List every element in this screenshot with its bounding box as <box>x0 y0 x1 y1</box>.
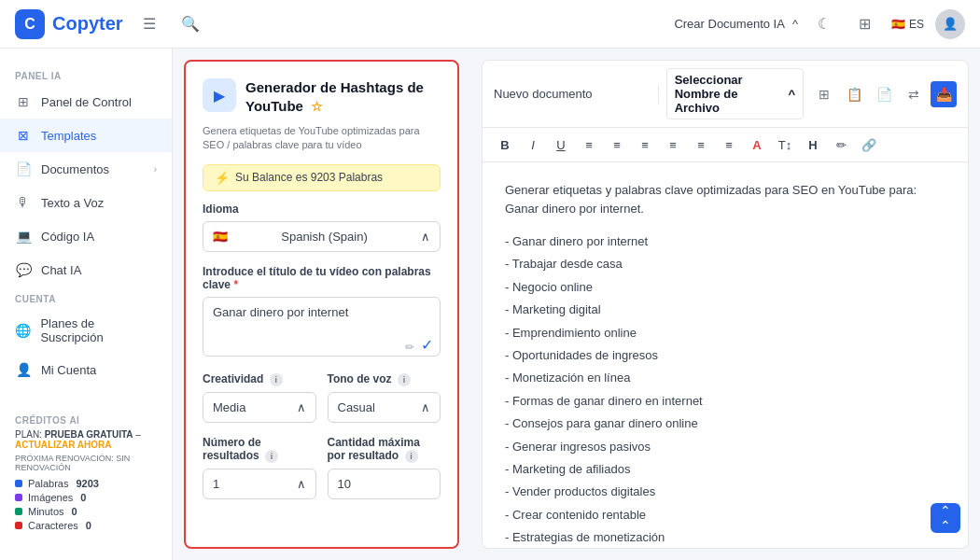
select-filename-label: Seleccionar Nombre de Archivo <box>675 73 785 115</box>
video-title-group: Introduce el título de tu vídeo con pala… <box>203 265 441 359</box>
search-icon[interactable]: 🔍 <box>175 9 205 39</box>
content-area: ▶ Generador de Hashtags de YouTube ☆ Gen… <box>173 49 980 560</box>
sidebar-section-panel-ia: PANEL IA <box>0 63 172 85</box>
tono-group: Tono de voz i Casual ∧ <box>328 372 441 423</box>
doc-content-list: - Ganar dinero por internet- Trabajar de… <box>505 231 945 549</box>
list-item: - Monetización en línea <box>505 367 945 388</box>
tono-label: Tono de voz i <box>328 372 441 386</box>
creatividad-select[interactable]: Media ∧ <box>203 392 316 423</box>
toolbar-icon-copy[interactable]: 📋 <box>841 81 867 107</box>
fmt-align-justify[interactable]: ≡ <box>662 133 684 156</box>
palabras-dot <box>15 480 22 487</box>
panel-title: Generador de Hashtags de YouTube ☆ <box>245 78 441 115</box>
sidebar-item-label: Templates <box>41 129 96 143</box>
required-star: * <box>233 278 238 291</box>
sidebar-item-texto-a-voz[interactable]: 🎙 Texto a Voz <box>0 186 172 219</box>
creatividad-info-icon[interactable]: i <box>270 373 283 386</box>
toolbar-icon-grid[interactable]: ⊞ <box>811 81 837 107</box>
menu-icon[interactable]: ☰ <box>134 9 164 39</box>
fmt-italic[interactable]: I <box>522 133 544 156</box>
lightning-icon: ⚡ <box>215 171 230 185</box>
app-name: Copyter <box>52 13 123 35</box>
num-resultados-input[interactable]: 1 ∧ <box>203 469 316 499</box>
creatividad-tono-row: Creatividad i Media ∧ Tono de voz i Casu… <box>203 372 441 423</box>
list-item: - Marketing de afiliados <box>505 458 945 480</box>
fmt-pen[interactable]: ✏ <box>830 133 852 156</box>
lang-code: ES <box>909 18 924 31</box>
fmt-align-right[interactable]: ≡ <box>634 133 656 156</box>
generator-panel: ▶ Generador de Hashtags de YouTube ☆ Gen… <box>184 60 459 549</box>
main-layout: PANEL IA ⊞ Panel de Control ⊠ Templates … <box>0 49 980 560</box>
idioma-flag: 🇪🇸 <box>213 230 228 244</box>
toolbar-icon-transfer[interactable]: ⇄ <box>901 81 927 107</box>
star-icon[interactable]: ☆ <box>311 99 323 114</box>
cantidad-group: Cantidad máxima por resultado i 10 <box>328 436 441 499</box>
sidebar-item-label: Panel de Control <box>41 95 132 109</box>
sidebar-item-codigo-ia[interactable]: 💻 Código IA <box>0 219 172 253</box>
sidebar-item-panel-de-control[interactable]: ⊞ Panel de Control <box>0 85 172 119</box>
fmt-list-ul[interactable]: ≡ <box>718 133 740 156</box>
balance-text: Su Balance es 9203 Palabras <box>235 171 383 184</box>
balance-badge: ⚡ Su Balance es 9203 Palabras <box>203 164 441 191</box>
idioma-label: Idioma <box>203 203 441 216</box>
grid-icon: ⊞ <box>15 93 32 110</box>
fmt-text-color[interactable]: A <box>746 133 768 156</box>
fmt-align-left[interactable]: ≡ <box>578 133 600 156</box>
sidebar-item-planes-suscripcion[interactable]: 🌐 Planes de Suscripción <box>0 308 172 353</box>
create-doc-button[interactable]: Crear Documento IA ^ <box>674 17 798 31</box>
fmt-link[interactable]: 🔗 <box>858 133 880 156</box>
doc-content-intro: Generar etiquetas y palabras clave optim… <box>505 181 945 217</box>
mic-icon: 🎙 <box>15 194 32 211</box>
sidebar-item-mi-cuenta[interactable]: 👤 Mi Cuenta <box>0 353 172 386</box>
fmt-heading[interactable]: H <box>802 133 824 156</box>
dark-mode-icon[interactable]: ☾ <box>809 9 839 39</box>
account-icon: 👤 <box>15 361 32 378</box>
chevron-up-icon: ^ <box>788 87 795 101</box>
list-item: - Trabajar desde casa <box>505 253 945 274</box>
panel-header-icon: ▶ <box>203 78 236 112</box>
renewal-label: PRÓXIMA RENOVACIÓN: SIN RENOVACIÓN <box>15 454 157 472</box>
topbar: C Copyter ☰ 🔍 Crear Documento IA ^ ☾ ⊞ 🇪… <box>0 0 980 49</box>
language-selector[interactable]: 🇪🇸 ES <box>891 18 924 31</box>
fmt-font-size[interactable]: T↕ <box>774 133 796 156</box>
tono-select[interactable]: Casual ∧ <box>328 392 441 423</box>
list-item: - Ganar dinero por internet <box>505 231 945 252</box>
fmt-bold[interactable]: B <box>494 133 516 156</box>
list-item: - Vender productos digitales <box>505 481 945 502</box>
sidebar-item-chat-ia[interactable]: 💬 Chat IA <box>0 253 172 287</box>
creatividad-value: Media <box>213 400 245 414</box>
chevron-up-icon: ∧ <box>297 400 306 414</box>
panel-header: ▶ Generador de Hashtags de YouTube ☆ <box>203 78 441 115</box>
credits-plan-label: PLAN: PRUEBA GRATUITA – ACTUALIZAR AHORA <box>15 429 157 450</box>
credit-caracteres: Caracteres 0 <box>15 520 157 531</box>
fmt-list-ol[interactable]: ≡ <box>690 133 712 156</box>
upgrade-link[interactable]: ACTUALIZAR AHORA <box>15 440 112 450</box>
chevron-up-icon: ∧ <box>421 400 430 414</box>
video-textarea-wrapper: Ganar dinero por internet ✓ ✏ <box>203 297 441 359</box>
user-avatar[interactable]: 👤 <box>935 9 965 39</box>
doc-name-input[interactable] <box>494 87 651 101</box>
doc-content: Generar etiquetas y palabras clave optim… <box>482 162 969 549</box>
app-logo[interactable]: C Copyter <box>15 9 123 39</box>
toolbar-icon-download[interactable]: 📥 <box>931 81 957 107</box>
toolbar-icon-doc[interactable]: 📄 <box>871 81 897 107</box>
idioma-select[interactable]: 🇪🇸 Spanish (Spain) ∧ <box>203 221 441 252</box>
doc-editor-panel: Seleccionar Nombre de Archivo ^ ⊞ 📋 📄 ⇄ … <box>470 49 980 560</box>
sidebar-item-templates[interactable]: ⊠ Templates <box>0 119 172 152</box>
cantidad-input[interactable]: 10 <box>328 469 441 499</box>
sidebar-item-label: Texto a Voz <box>41 196 104 210</box>
fmt-align-center[interactable]: ≡ <box>606 133 628 156</box>
sidebar-item-documentos[interactable]: 📄 Documentos › <box>0 152 172 186</box>
plans-icon: 🌐 <box>15 322 31 339</box>
scroll-to-top-button[interactable]: ⌃⌃ <box>931 503 960 533</box>
cantidad-info-icon[interactable]: i <box>405 450 418 463</box>
expand-icon[interactable]: ⊞ <box>850 9 880 39</box>
tono-info-icon[interactable]: i <box>398 373 411 386</box>
fmt-underline[interactable]: U <box>550 133 572 156</box>
sidebar-item-label: Documentos <box>41 162 109 176</box>
sidebar-item-label: Chat IA <box>41 263 81 277</box>
num-info-icon[interactable]: i <box>265 450 278 463</box>
sidebar-item-label: Código IA <box>41 230 94 244</box>
select-filename-button[interactable]: Seleccionar Nombre de Archivo ^ <box>666 68 804 119</box>
edit-icon[interactable]: ✏ <box>405 341 414 354</box>
